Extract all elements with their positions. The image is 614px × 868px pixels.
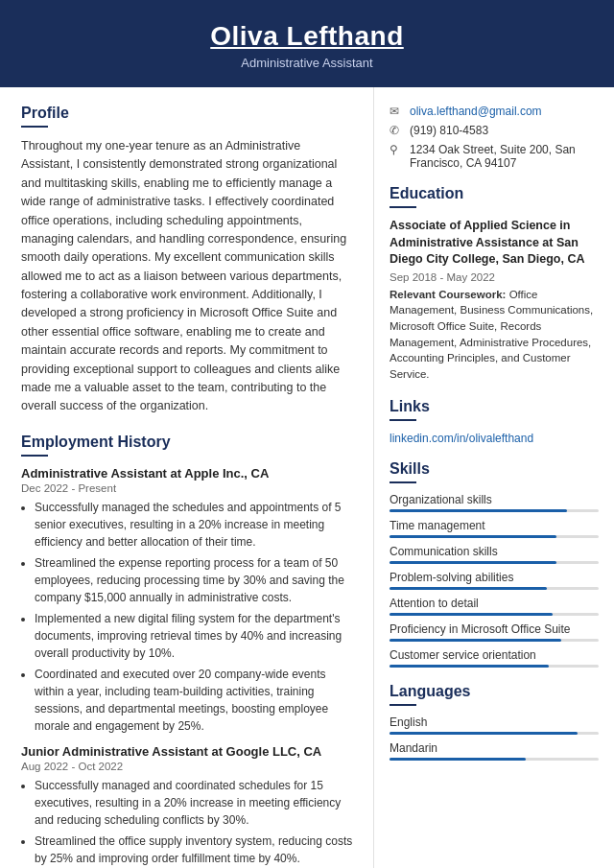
candidate-subtitle: Administrative Assistant bbox=[19, 56, 595, 70]
edu-degree: Associate of Applied Science in Administ… bbox=[390, 218, 599, 269]
skill-bar-bg bbox=[390, 561, 599, 564]
candidate-name: Oliva Lefthand bbox=[19, 21, 595, 52]
bullet-item: Coordinated and executed over 20 company… bbox=[35, 666, 354, 735]
skill-label: Problem-solving abilities bbox=[390, 571, 599, 584]
contact-email-row: ✉ oliva.lefthand@gmail.com bbox=[390, 105, 599, 118]
skill-bar-fill bbox=[390, 665, 549, 668]
linkedin-link[interactable]: linkedin.com/in/olivalefthand bbox=[390, 432, 533, 445]
skill-item: Time management bbox=[390, 519, 599, 538]
language-item: Mandarin bbox=[390, 741, 599, 761]
job-bullets-1: Successfully managed the schedules and a… bbox=[21, 499, 354, 735]
job-date-2: Aug 2022 - Oct 2022 bbox=[21, 761, 354, 772]
profile-section: Profile Throughout my one-year tenure as… bbox=[21, 105, 354, 416]
skill-bar-bg bbox=[390, 587, 599, 590]
language-label: Mandarin bbox=[390, 741, 599, 755]
edu-date: Sep 2018 - May 2022 bbox=[390, 271, 599, 283]
bullet-item: Successfully managed and coordinated sch… bbox=[35, 777, 354, 829]
language-bar-fill bbox=[390, 732, 578, 735]
job-date-1: Dec 2022 - Present bbox=[21, 482, 354, 494]
skill-item: Customer service orientation bbox=[390, 648, 599, 668]
resume-header: Oliva Lefthand Administrative Assistant bbox=[0, 0, 614, 87]
skill-label: Organizational skills bbox=[390, 493, 599, 506]
phone-icon: ✆ bbox=[390, 124, 405, 137]
skill-label: Time management bbox=[390, 519, 599, 532]
contact-phone-row: ✆ (919) 810-4583 bbox=[390, 124, 599, 137]
skill-bar-bg bbox=[390, 509, 599, 512]
skill-bar-bg bbox=[390, 535, 599, 538]
skill-bar-fill bbox=[390, 639, 561, 642]
skill-item: Organizational skills bbox=[390, 493, 599, 512]
languages-divider bbox=[390, 704, 416, 706]
skill-label: Proficiency in Microsoft Office Suite bbox=[390, 622, 599, 636]
employment-title: Employment History bbox=[21, 434, 354, 451]
skill-label: Customer service orientation bbox=[390, 648, 599, 662]
skills-section: Skills Organizational skills Time manage… bbox=[390, 460, 599, 668]
skill-label: Communication skills bbox=[390, 545, 599, 558]
languages-list: English Mandarin bbox=[390, 716, 599, 761]
profile-text: Throughout my one-year tenure as an Admi… bbox=[21, 137, 354, 416]
skill-label: Attention to detail bbox=[390, 597, 599, 610]
skill-bar-bg bbox=[390, 665, 599, 668]
employment-section: Employment History Administrative Assist… bbox=[21, 434, 354, 868]
bullet-item: Streamlined the expense reporting proces… bbox=[35, 554, 354, 606]
education-divider bbox=[390, 206, 416, 208]
job-title-1: Administrative Assistant at Apple Inc., … bbox=[21, 466, 354, 481]
skill-item: Problem-solving abilities bbox=[390, 571, 599, 590]
languages-section: Languages English Mandarin bbox=[390, 683, 599, 761]
languages-title: Languages bbox=[390, 683, 599, 700]
skill-bar-bg bbox=[390, 613, 599, 616]
skill-bar-fill bbox=[390, 535, 556, 538]
address-value: 1234 Oak Street, Suite 200, San Francisc… bbox=[410, 143, 599, 170]
links-title: Links bbox=[390, 398, 599, 415]
contact-address-row: ⚲ 1234 Oak Street, Suite 200, San Franci… bbox=[390, 143, 599, 170]
bullet-item: Streamlined the office supply inventory … bbox=[35, 833, 354, 867]
profile-title: Profile bbox=[21, 105, 354, 122]
coursework-label: Relevant Coursework: bbox=[390, 289, 506, 300]
skills-list: Organizational skills Time management Co… bbox=[390, 493, 599, 668]
language-bar-fill bbox=[390, 758, 526, 761]
location-icon: ⚲ bbox=[390, 143, 405, 156]
skill-bar-fill bbox=[390, 509, 567, 512]
education-section: Education Associate of Applied Science i… bbox=[390, 185, 599, 383]
language-item: English bbox=[390, 716, 599, 735]
skills-title: Skills bbox=[390, 460, 599, 478]
skill-bar-fill bbox=[390, 613, 553, 616]
links-section: Links linkedin.com/in/olivalefthand bbox=[390, 398, 599, 445]
email-link[interactable]: oliva.lefthand@gmail.com bbox=[410, 105, 542, 118]
skill-item: Attention to detail bbox=[390, 597, 599, 616]
email-icon: ✉ bbox=[390, 105, 405, 118]
coursework-text: Office Management, Business Communicatio… bbox=[390, 289, 593, 380]
skills-divider bbox=[390, 481, 416, 483]
job-bullets-2: Successfully managed and coordinated sch… bbox=[21, 777, 354, 868]
profile-divider bbox=[21, 126, 48, 128]
skill-item: Communication skills bbox=[390, 545, 599, 564]
language-label: English bbox=[390, 716, 599, 729]
job-entry-1: Administrative Assistant at Apple Inc., … bbox=[21, 466, 354, 735]
left-column: Profile Throughout my one-year tenure as… bbox=[0, 87, 374, 868]
links-divider bbox=[390, 419, 416, 421]
skill-bar-bg bbox=[390, 639, 599, 642]
job-entry-2: Junior Administrative Assistant at Googl… bbox=[21, 744, 354, 868]
education-title: Education bbox=[390, 185, 599, 202]
language-bar-bg bbox=[390, 758, 599, 761]
language-bar-bg bbox=[390, 732, 599, 735]
skill-bar-fill bbox=[390, 587, 547, 590]
skill-bar-fill bbox=[390, 561, 556, 564]
job-title-2: Junior Administrative Assistant at Googl… bbox=[21, 744, 354, 759]
skill-item: Proficiency in Microsoft Office Suite bbox=[390, 622, 599, 642]
phone-value: (919) 810-4583 bbox=[410, 124, 488, 137]
edu-coursework: Relevant Coursework: Office Management, … bbox=[390, 287, 599, 383]
bullet-item: Implemented a new digital filing system … bbox=[35, 610, 354, 662]
contact-section: ✉ oliva.lefthand@gmail.com ✆ (919) 810-4… bbox=[390, 105, 599, 170]
bullet-item: Successfully managed the schedules and a… bbox=[35, 499, 354, 551]
main-body: Profile Throughout my one-year tenure as… bbox=[0, 87, 614, 868]
employment-divider bbox=[21, 455, 48, 457]
right-column: ✉ oliva.lefthand@gmail.com ✆ (919) 810-4… bbox=[374, 87, 614, 868]
